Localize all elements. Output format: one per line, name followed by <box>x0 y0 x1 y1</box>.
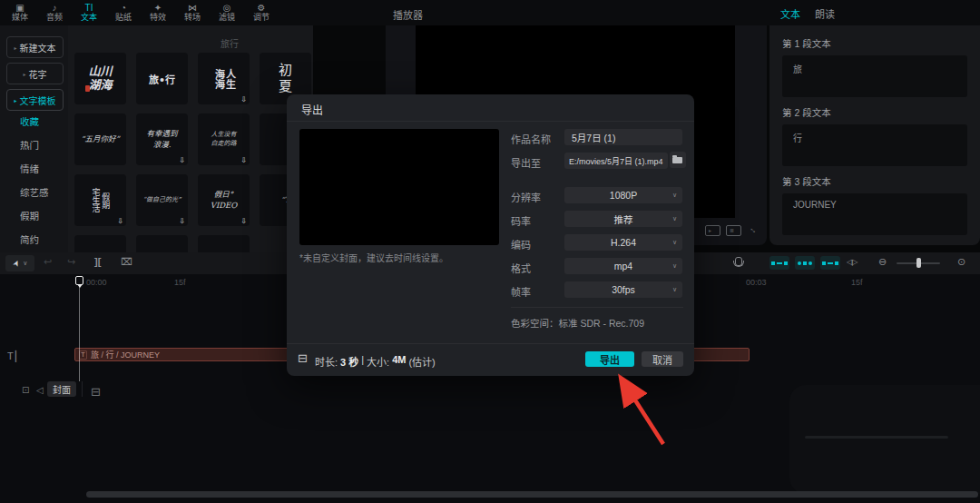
template-title: 假期 宅生活 <box>91 188 111 212</box>
text-section: 第 3 段文本 JOURNEY <box>782 174 967 235</box>
text-template-tile[interactable]: ⇩ <box>136 235 188 252</box>
template-title: “做自己的光” <box>142 196 181 205</box>
option-value: 30fps <box>612 284 635 295</box>
sticker-icon: ◔ <box>121 3 126 13</box>
text-template-tile[interactable]: 假期 宅生活 ⇩ <box>74 174 126 226</box>
browse-folder-button[interactable] <box>670 152 686 168</box>
film-frame-icon[interactable]: ⊟ <box>91 385 101 399</box>
record-voiceover-icon[interactable] <box>735 257 742 266</box>
top-toolbar-item[interactable]: ✦ 特效 <box>145 1 171 25</box>
playhead-handle[interactable] <box>75 276 83 285</box>
select-tool-button[interactable]: ➤ ∨ <box>5 255 34 271</box>
fullscreen-icon[interactable]: ↔ <box>748 222 761 236</box>
split-button[interactable]: ][ <box>94 256 101 267</box>
text-template-tile[interactable]: “五月你好” ⇩ <box>74 113 126 165</box>
option-dropdown[interactable]: 1080P ∨ <box>564 187 682 203</box>
text-template-tile[interactable]: “做自己的光” ⇩ <box>136 174 188 226</box>
sidebar-group-item[interactable]: ▸ 花字 <box>6 63 64 84</box>
transition-icon: ⋈ <box>188 3 197 13</box>
toolbar-item-label: 转场 <box>184 13 201 23</box>
render-quality-icon[interactable]: ▸ <box>705 225 720 236</box>
sidebar-subitem[interactable]: 综艺感 <box>20 185 49 199</box>
toolbar-item-label: 文本 <box>81 13 97 23</box>
cancel-button[interactable]: 取消 <box>642 351 683 367</box>
download-icon: ⇩ <box>240 156 247 164</box>
top-toolbar-item[interactable]: ♪ 音频 <box>42 1 67 25</box>
text-section-input[interactable]: 行 <box>782 124 967 166</box>
redo-button[interactable]: ↪ <box>67 256 75 268</box>
right-panel-tab[interactable]: 文本 <box>780 6 800 21</box>
chevron-down-icon: ∨ <box>23 260 27 267</box>
horizontal-scrollbar[interactable] <box>86 491 978 498</box>
option-label: 码率 <box>511 213 531 228</box>
sidebar-group-item[interactable]: ▸ 文字模板 <box>6 89 64 111</box>
divider <box>511 307 683 308</box>
undo-button[interactable]: ↩ <box>44 256 52 268</box>
timeline-zoom-slider-knob[interactable] <box>916 258 921 268</box>
adjust-icon: ⚙ <box>258 3 266 13</box>
option-label: 格式 <box>511 261 531 275</box>
export-option-row: 编码 H.264 ∨ <box>287 234 694 251</box>
top-toolbar-item[interactable]: ▣ 媒体 <box>7 1 33 25</box>
ruler-time-label: 15f <box>851 278 863 287</box>
delete-button[interactable]: ⌧ <box>121 256 132 268</box>
dialog-title: 导出 <box>301 102 323 117</box>
template-title: 山川 湖海 <box>88 65 112 92</box>
top-toolbar-item[interactable]: ◔ 贴纸 <box>111 1 136 25</box>
film-strip-icon: ⊟ <box>298 351 308 365</box>
text-template-tile[interactable]: 人生 海海 ⇩ <box>198 53 250 104</box>
export-button[interactable]: 导出 <box>585 351 634 367</box>
option-dropdown[interactable]: mp4 ∨ <box>564 258 682 274</box>
top-toolbar-item[interactable]: ⋈ 转场 <box>180 1 205 25</box>
top-toolbar-item[interactable]: ⚙ 调节 <box>249 1 274 25</box>
export-option-row: 格式 mp4 ∨ <box>287 258 694 274</box>
text-template-tile[interactable]: 人生没有 白走的路 ⇩ <box>198 113 250 165</box>
cursor-icon: ➤ <box>10 258 21 268</box>
export-path-label: 导出至 <box>511 155 541 170</box>
mute-audio-icon[interactable]: ◁ <box>36 385 44 395</box>
aspect-ratio-icon[interactable]: ≣ <box>726 225 741 236</box>
download-icon: ⇩ <box>179 156 185 164</box>
chevron-down-icon: ∨ <box>672 192 677 199</box>
text-section-input[interactable]: JOURNEY <box>782 193 967 235</box>
text-template-tile[interactable]: 假日° VIDEO ⇩ <box>198 174 250 226</box>
cover-button[interactable]: 封面 <box>47 381 76 397</box>
export-path-input[interactable]: E:/movies/5月7日 (1).mp4 <box>564 153 668 169</box>
work-name-input[interactable]: 5月7日 (1) <box>564 129 682 145</box>
export-option-row: 帧率 30fps ∨ <box>287 281 694 298</box>
option-dropdown[interactable]: H.264 ∨ <box>564 234 682 251</box>
sidebar-subitem[interactable]: 假期 <box>20 209 39 222</box>
top-toolbar-item[interactable]: ◎ 滤镜 <box>214 1 240 25</box>
option-dropdown[interactable]: 30fps ∨ <box>564 281 682 298</box>
zoom-fit-icon[interactable]: ⊙ <box>957 256 965 268</box>
auto-snap-toggle[interactable] <box>795 256 815 270</box>
link-toggle[interactable] <box>820 256 840 270</box>
chevron-down-icon: ∨ <box>672 286 677 293</box>
text-template-tile[interactable]: 旅•行 ⇩ <box>136 53 188 104</box>
text-template-tile[interactable]: 山川 湖海 ⇩ <box>74 53 126 104</box>
main-track-magnet-toggle[interactable] <box>769 256 789 270</box>
text-template-tile[interactable]: ⇩ <box>74 235 126 252</box>
text-template-tile[interactable]: 有幸遇到 浪漫. ⇩ <box>136 113 188 165</box>
red-seal-icon <box>85 85 90 92</box>
sidebar-subitem[interactable]: 情绪 <box>20 162 39 175</box>
text-section: 第 2 段文本 行 <box>782 105 967 166</box>
option-dropdown[interactable]: 推荐 ∨ <box>564 211 682 227</box>
top-toolbar-item[interactable]: TI 文本 <box>76 1 102 25</box>
preview-axis-icon[interactable]: ◁|▷ <box>847 258 857 266</box>
text-section-label: 第 2 段文本 <box>782 105 967 119</box>
sidebar-group-item[interactable]: ▸ 新建文本 <box>6 36 64 58</box>
sidebar-subitem[interactable]: 收藏 <box>20 114 39 128</box>
track-option-icon[interactable]: ⊡ <box>22 385 29 395</box>
text-section-input[interactable]: 旅 <box>782 55 967 97</box>
chevron-down-icon: ∨ <box>672 215 677 222</box>
ruler-time-label: 00:03 <box>746 278 767 287</box>
text-template-tile[interactable]: ⇩ <box>198 235 250 252</box>
zoom-out-icon[interactable]: ⊖ <box>878 256 887 268</box>
template-section-label: 旅行 <box>220 36 239 50</box>
sidebar-subitem[interactable]: 简约 <box>20 232 39 246</box>
color-space-text: 色彩空间：标准 SDR - Rec.709 <box>511 316 644 330</box>
divider <box>287 121 694 122</box>
right-panel-tab[interactable]: 朗读 <box>815 6 835 21</box>
sidebar-subitem[interactable]: 热门 <box>20 138 39 152</box>
